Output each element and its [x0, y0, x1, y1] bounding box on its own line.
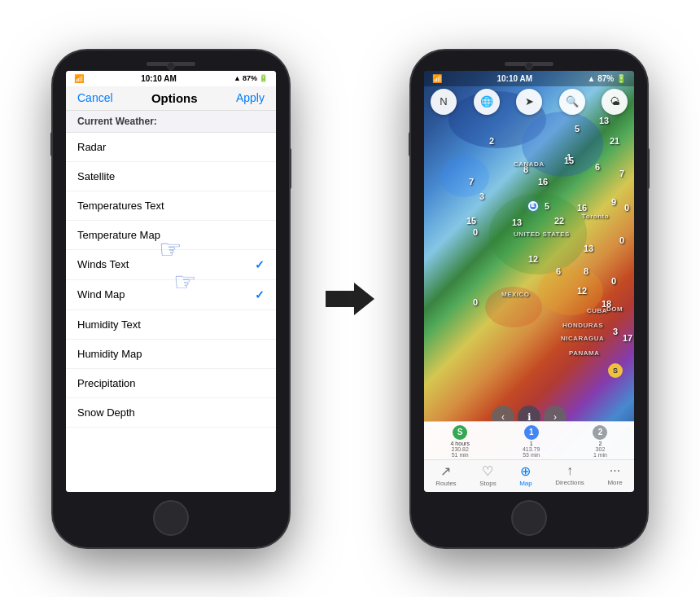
wifi-icon-right: 📶 [432, 74, 442, 83]
menu-item-snow-depth[interactable]: Snow Depth [66, 398, 276, 428]
winds-text-checkmark: ✓ [255, 258, 265, 271]
timeline-dot-2: 2 [593, 425, 607, 440]
navigate-button[interactable]: ➤ [516, 89, 542, 115]
status-bar-right: 📶 10:10 AM ▲ 87% 🔋 [424, 71, 634, 86]
directions-icon: ↑ [567, 463, 573, 478]
nav-directions[interactable]: ↑ Directions [555, 463, 584, 486]
stops-label: Stops [479, 480, 496, 487]
timeline-hours-0: 4 hours [451, 441, 470, 446]
menu-item-winds-text[interactable]: Winds Text ✓ [66, 250, 276, 280]
home-button-left[interactable] [153, 500, 189, 536]
weather-button[interactable]: 🌤 [602, 89, 628, 115]
map-number: 16 [538, 177, 548, 187]
left-phone: 📶 10:10 AM ▲ 87% 🔋 Cancel Options Apply … [53, 50, 289, 547]
map-number: 12 [528, 254, 538, 264]
timeline-dist-2: 302 [596, 446, 606, 452]
humidity-map-label: Humidity Map [77, 348, 142, 360]
svg-marker-0 [326, 283, 374, 315]
camera-right [525, 62, 533, 70]
timeline-unit-1: 53 min [523, 452, 540, 458]
arrow-icon [326, 283, 374, 315]
nav-routes[interactable]: ↗ Routes [435, 463, 456, 487]
timeline-item-1[interactable]: 1 1 413.79 53 min [523, 425, 540, 458]
transition-arrow [326, 283, 374, 315]
timeline-hours-1: 1 [530, 441, 533, 446]
map-number: 13 [512, 217, 522, 227]
timeline-item-2[interactable]: 2 2 302 1 min [593, 425, 607, 458]
north-button[interactable]: N [431, 89, 457, 115]
map-number: 15 [564, 156, 574, 165]
cancel-button[interactable]: Cancel [77, 91, 113, 104]
honduras-label: HONDURAS [562, 322, 603, 329]
menu-item-radar[interactable]: Radar [66, 133, 276, 162]
map-number: 9 [611, 197, 616, 207]
map-number: 8 [584, 266, 588, 276]
status-time-left: 10:10 AM [141, 74, 177, 83]
globe-button[interactable]: 🌐 [474, 89, 500, 115]
mexico-label: MEXICO [501, 291, 530, 298]
temperatures-text-label: Temperatures Text [77, 200, 164, 212]
wifi-icon: 📶 [74, 74, 84, 83]
wind-map-checkmark: ✓ [255, 288, 265, 301]
menu-item-wind-map[interactable]: Wind Map ✓ [66, 280, 276, 310]
precipitation-label: Precipitation [77, 377, 136, 389]
map-number: 3 [479, 191, 484, 201]
nav-stops[interactable]: ♡ Stops [479, 463, 496, 487]
timeline-dot-start: S [453, 425, 467, 440]
home-button-right[interactable] [511, 500, 547, 536]
gps-icon: ▲ [234, 74, 241, 82]
menu-item-temperature-map[interactable]: Temperature Map [66, 221, 276, 250]
nav-title: Options [151, 91, 198, 105]
nav-map[interactable]: ⊕ Map [519, 463, 532, 487]
map-number: 21 [610, 136, 619, 146]
search-button[interactable]: 🔍 [559, 89, 585, 115]
cuba-label: CUBA [587, 307, 607, 314]
dom-label: DOM [606, 305, 623, 313]
menu-item-precipitation[interactable]: Precipitation [66, 369, 276, 398]
map-timeline: S 4 hours 230.82 51 min 1 1 413.79 53 mi… [424, 421, 634, 459]
map-number: 0 [624, 203, 629, 213]
location-dot: E [528, 201, 538, 211]
map-number: 13 [584, 244, 593, 253]
menu-item-humidity-map[interactable]: Humidity Map [66, 340, 276, 369]
menu-list: Radar Satellite Temperatures Text Temper… [66, 133, 276, 492]
winds-text-label: Winds Text [77, 258, 129, 270]
timeline-dot-1: 1 [524, 425, 539, 440]
timeline-dist-1: 413.79 [523, 446, 540, 452]
stops-icon: ♡ [482, 463, 493, 479]
map-number: 0 [473, 297, 478, 307]
nav-more[interactable]: ··· More [607, 463, 622, 486]
map-number: 2 [489, 136, 494, 146]
temperature-map-label: Temperature Map [77, 229, 160, 241]
right-phone: 📶 10:10 AM ▲ 87% 🔋 N 🌐 ➤ 🔍 🌤 13 5 2 1 21… [411, 50, 647, 547]
map-number: 5 [575, 124, 580, 134]
nicaragua-label: NICARAGUA [561, 335, 604, 342]
humidity-text-label: Humidity Text [77, 318, 141, 331]
map-number: 12 [577, 286, 587, 296]
map-number: 15 [466, 216, 476, 226]
snow-depth-label: Snow Depth [77, 406, 135, 419]
map-number: 5 [545, 201, 549, 211]
map-number: 7 [469, 177, 474, 187]
wind-map-label: Wind Map [77, 288, 125, 301]
map-number: 22 [554, 216, 564, 226]
toronto-label: Toronto [582, 213, 609, 220]
menu-item-humidity-text[interactable]: Humidity Text [66, 310, 276, 340]
map-number: 16 [577, 203, 587, 213]
nav-bar-left: Cancel Options Apply [66, 86, 276, 111]
directions-label: Directions [555, 479, 584, 486]
status-right-left: ▲ 87% 🔋 [234, 74, 268, 82]
canada-label: CANADA [514, 160, 545, 168]
timeline-unit-2: 1 min [593, 452, 607, 458]
more-label: More [607, 479, 622, 486]
apply-button[interactable]: Apply [236, 91, 265, 104]
timeline-dist-0: 230.82 [452, 446, 469, 452]
us-label: UNITED STATES [514, 230, 570, 238]
radar-label: Radar [77, 141, 106, 153]
snow-marker: S [608, 363, 623, 378]
map-number: 3 [613, 327, 618, 336]
routes-icon: ↗ [440, 463, 451, 479]
menu-item-satellite[interactable]: Satellite [66, 162, 276, 191]
menu-item-temperatures-text[interactable]: Temperatures Text [66, 191, 276, 221]
timeline-item-start[interactable]: S 4 hours 230.82 51 min [451, 425, 470, 458]
